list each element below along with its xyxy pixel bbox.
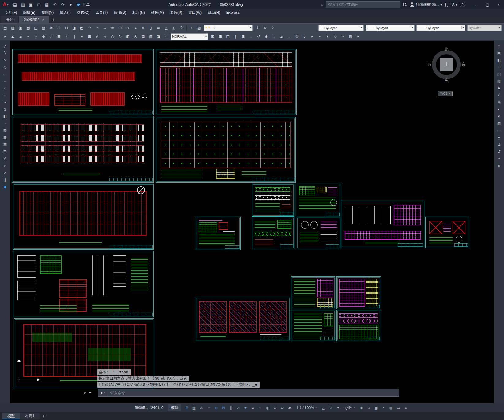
dim-linear-icon[interactable]: ⌐ xyxy=(2,33,9,40)
menu-help[interactable]: 帮助(H) xyxy=(205,9,223,16)
tolerance-icon[interactable]: ⊞ xyxy=(55,33,63,40)
menu-dimension[interactable]: 标注(N) xyxy=(129,9,148,16)
compass-north-label[interactable]: 北 xyxy=(445,47,449,52)
share-button[interactable]: 共享 xyxy=(77,2,90,7)
gradient-icon[interactable]: ▩ xyxy=(1,134,9,141)
open-icon[interactable]: ▥ xyxy=(9,25,17,31)
ellipse-icon[interactable]: ⊙ xyxy=(1,106,9,112)
hatch-icon[interactable]: ▨ xyxy=(1,127,9,134)
quick-calc-icon[interactable]: ∑ xyxy=(170,25,177,31)
units-control[interactable]: 小数 ▾ xyxy=(342,404,357,411)
tab-model[interactable]: 模型 xyxy=(2,413,20,419)
annotation-visibility-toggle[interactable]: △ xyxy=(320,404,327,411)
dim-space-icon[interactable]: ⇄ xyxy=(93,33,101,40)
menu-express[interactable]: Express xyxy=(223,9,243,16)
ortho-toggle[interactable]: ⌐ xyxy=(205,404,212,411)
text-icon[interactable]: A xyxy=(1,155,9,162)
cloud-palette-icon[interactable]: ≈ xyxy=(495,155,503,162)
annotation-scale-menu-icon[interactable]: ▾ xyxy=(334,404,342,411)
offset-icon[interactable]: ∥ xyxy=(232,33,239,40)
zoom-realtime-icon[interactable]: ⊕ xyxy=(109,25,116,31)
annotation-monitor-toggle[interactable]: ▰ xyxy=(286,404,293,411)
otrack-toggle[interactable]: ∥ xyxy=(227,404,234,411)
point-icon[interactable]: · xyxy=(1,120,9,127)
dim-aligned-icon[interactable]: ∠ xyxy=(9,33,17,40)
layers-palette-icon[interactable]: ▤ xyxy=(495,50,503,56)
circle-icon[interactable]: ○ xyxy=(1,85,9,91)
tool-palettes-icon[interactable]: ▯ xyxy=(147,25,154,31)
dim-angular-icon[interactable]: ⊿ xyxy=(17,33,24,40)
new-layout-button[interactable]: + xyxy=(40,413,47,419)
zoom-window-icon[interactable]: ⊞ xyxy=(116,25,124,31)
multileader-icon[interactable]: ↗ xyxy=(47,33,55,40)
hatch-edit-icon[interactable]: ▨ xyxy=(347,33,354,40)
chevron-collapse-icon[interactable]: ▸ xyxy=(321,3,323,6)
annotation-palette-icon[interactable]: A xyxy=(495,85,503,91)
dim-break-icon[interactable]: ⊟ xyxy=(86,33,93,40)
break-icon[interactable]: ⊘ xyxy=(293,33,301,40)
color-palette-icon[interactable]: ◆ xyxy=(1,184,9,190)
match-properties-icon[interactable]: ◨ xyxy=(70,25,78,31)
plot-icon[interactable]: ▦ xyxy=(43,1,51,9)
menu-window[interactable]: 窗口(W) xyxy=(185,9,205,16)
close-tab-icon[interactable]: × xyxy=(42,18,44,21)
dimension-icon[interactable]: ⌐ xyxy=(1,162,9,169)
selection-cycling-toggle[interactable]: ◎ xyxy=(264,404,271,411)
pan-icon[interactable]: ↔ xyxy=(101,25,108,31)
zoom-scale-control[interactable]: 1:1 / 100% ▾ xyxy=(294,404,319,411)
count-palette-icon[interactable]: ⊞ xyxy=(495,64,503,70)
sheet-set-icon[interactable]: ▭ xyxy=(495,127,503,134)
layer-states-icon[interactable]: ◐ xyxy=(188,25,195,31)
snap-toggle[interactable]: ▦ xyxy=(190,404,198,411)
history-palette-icon[interactable]: ↺ xyxy=(495,148,503,155)
polyline-icon[interactable]: ∿ xyxy=(1,57,9,63)
dynamic-ucs-toggle[interactable]: ▱ xyxy=(279,404,286,411)
view-cube-top-face[interactable]: 上 xyxy=(440,58,453,71)
qsave-icon[interactable]: ▣ xyxy=(17,25,24,31)
dim-diameter-icon[interactable]: ⊘ xyxy=(40,33,47,40)
transparency-toggle[interactable]: ◐ xyxy=(256,404,264,411)
dim-update-icon[interactable]: ↻ xyxy=(116,33,124,40)
trim-icon[interactable]: ⊿ xyxy=(278,33,285,40)
tab-layout1[interactable]: 布局1 xyxy=(20,413,40,419)
undo-icon[interactable]: ↶ xyxy=(51,1,59,9)
menu-edit[interactable]: 编辑(E) xyxy=(20,9,38,16)
minimize-button[interactable]: – xyxy=(471,0,482,9)
revision-cloud-icon[interactable]: ≈ xyxy=(162,33,170,40)
dynamic-input-toggle[interactable]: + xyxy=(242,404,249,411)
settings-palette-icon[interactable]: ◈ xyxy=(495,162,503,169)
arc-icon[interactable]: ⌢ xyxy=(1,78,9,84)
compass-east-label[interactable]: 东 xyxy=(461,62,465,67)
layer-combo[interactable]: ●☀▪ 0 ▾ xyxy=(204,25,253,31)
table-icon[interactable]: ▤ xyxy=(1,148,9,155)
redo-icon[interactable]: ↷ xyxy=(93,25,101,31)
isolate-objects-icon[interactable]: ◎ xyxy=(387,404,395,411)
quick-properties-icon[interactable]: ▣ xyxy=(373,404,380,411)
revision-cloud-icon[interactable]: ≈ xyxy=(1,92,9,98)
layer-previous-icon[interactable]: ↻ xyxy=(261,25,269,31)
close-command-window-icon[interactable]: × xyxy=(84,391,86,395)
zoom-previous-icon[interactable]: ⊖ xyxy=(124,25,131,31)
infer-constraints-toggle[interactable]: ∠ xyxy=(198,404,205,411)
lineweight-toggle[interactable]: ≡ xyxy=(249,404,256,411)
dim-radius-icon[interactable]: ○ xyxy=(32,33,40,40)
mirror-icon[interactable]: ◫ xyxy=(224,33,232,40)
plot-icon[interactable]: ▦ xyxy=(25,25,32,31)
array-icon[interactable]: ⊞ xyxy=(240,33,247,40)
undo-icon[interactable]: ↶ xyxy=(86,25,93,31)
model-paper-toggle[interactable]: 模型 xyxy=(168,404,181,411)
search-box[interactable] xyxy=(326,1,400,8)
text-style-icon[interactable]: A xyxy=(132,33,139,40)
recent-commands-icon[interactable]: ▸ ▾ xyxy=(98,389,108,396)
materials-palette-icon[interactable]: ◐ xyxy=(495,106,503,112)
new-drawing-tab-button[interactable]: + xyxy=(49,16,57,23)
customize-command-icon[interactable]: ≡ xyxy=(89,391,92,395)
autodesk-apps-button[interactable]: A ▾ xyxy=(452,2,457,7)
region-icon[interactable]: ▦ xyxy=(1,141,9,148)
copy-icon[interactable]: ⊟ xyxy=(55,25,63,31)
open-file-icon[interactable]: ▥ xyxy=(19,1,27,9)
annotation-autoscale-toggle[interactable]: ▽ xyxy=(327,404,334,411)
tab-document-0503231[interactable]: 0503231* × xyxy=(19,16,49,23)
plot-preview-icon[interactable]: ◫ xyxy=(32,25,40,31)
markup-palette-icon[interactable]: ∗ xyxy=(495,134,503,141)
